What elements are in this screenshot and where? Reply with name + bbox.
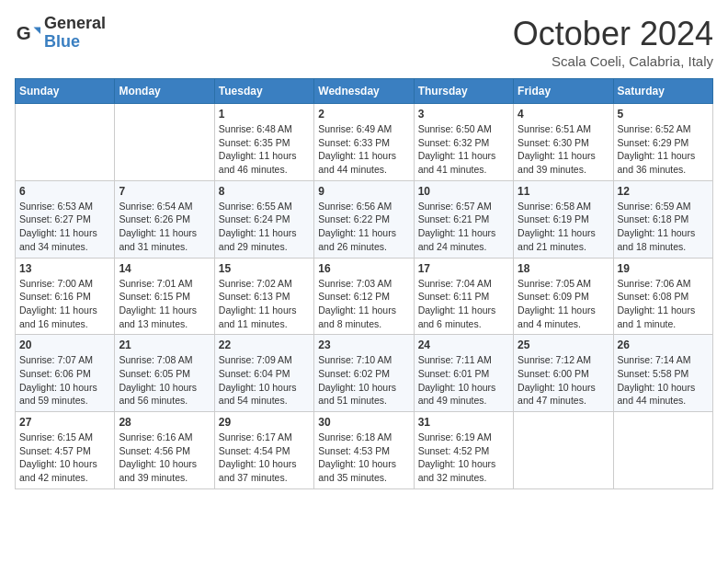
calendar-day-cell: 17Sunrise: 7:04 AM Sunset: 6:11 PM Dayli…: [414, 258, 513, 335]
day-number: 17: [418, 262, 509, 275]
calendar-day-cell: 7Sunrise: 6:54 AM Sunset: 6:26 PM Daylig…: [115, 180, 214, 258]
day-info: Sunrise: 7:06 AM Sunset: 6:08 PM Dayligh…: [618, 277, 709, 331]
day-info: Sunrise: 7:07 AM Sunset: 6:06 PM Dayligh…: [19, 353, 110, 408]
day-number: 3: [418, 108, 509, 121]
calendar-day-cell: 4Sunrise: 6:51 AM Sunset: 6:30 PM Daylig…: [514, 104, 613, 181]
day-info: Sunrise: 7:05 AM Sunset: 6:09 PM Dayligh…: [518, 277, 609, 331]
day-number: 26: [618, 339, 709, 351]
calendar-day-cell: 22Sunrise: 7:09 AM Sunset: 6:04 PM Dayli…: [214, 335, 313, 412]
calendar-day-cell: 29Sunrise: 6:17 AM Sunset: 4:54 PM Dayli…: [214, 412, 313, 489]
day-info: Sunrise: 7:12 AM Sunset: 6:00 PM Dayligh…: [518, 353, 609, 408]
day-of-week-header: Monday: [115, 79, 214, 104]
day-number: 23: [318, 339, 409, 351]
svg-text:G: G: [17, 21, 31, 42]
day-info: Sunrise: 6:50 AM Sunset: 6:32 PM Dayligh…: [418, 122, 509, 177]
day-number: 22: [219, 339, 310, 351]
calendar-day-cell: 8Sunrise: 6:55 AM Sunset: 6:24 PM Daylig…: [214, 180, 313, 258]
day-info: Sunrise: 7:08 AM Sunset: 6:05 PM Dayligh…: [119, 353, 210, 408]
logo-text: General Blue: [44, 15, 106, 52]
day-number: 31: [418, 416, 509, 429]
calendar-day-cell: 30Sunrise: 6:18 AM Sunset: 4:53 PM Dayli…: [314, 412, 414, 489]
calendar-day-cell: 13Sunrise: 7:00 AM Sunset: 6:16 PM Dayli…: [16, 258, 115, 335]
calendar-body: 1Sunrise: 6:48 AM Sunset: 6:35 PM Daylig…: [16, 104, 713, 489]
day-info: Sunrise: 6:15 AM Sunset: 4:57 PM Dayligh…: [19, 431, 110, 485]
day-info: Sunrise: 7:14 AM Sunset: 5:58 PM Dayligh…: [618, 353, 709, 408]
day-number: 29: [219, 416, 310, 429]
day-number: 25: [518, 339, 609, 351]
logo-line2: Blue: [44, 33, 106, 52]
calendar-week-row: 27Sunrise: 6:15 AM Sunset: 4:57 PM Dayli…: [16, 412, 713, 489]
logo-line1: General: [44, 15, 106, 33]
day-info: Sunrise: 6:52 AM Sunset: 6:29 PM Dayligh…: [618, 122, 709, 177]
calendar-day-cell: 18Sunrise: 7:05 AM Sunset: 6:09 PM Dayli…: [514, 258, 613, 335]
calendar-day-cell: 6Sunrise: 6:53 AM Sunset: 6:27 PM Daylig…: [16, 180, 115, 258]
calendar-day-cell: 26Sunrise: 7:14 AM Sunset: 5:58 PM Dayli…: [613, 335, 712, 412]
day-number: 15: [219, 262, 310, 275]
day-of-week-header: Thursday: [414, 79, 513, 104]
day-number: 2: [318, 108, 409, 121]
calendar-day-cell: 9Sunrise: 6:56 AM Sunset: 6:22 PM Daylig…: [314, 180, 414, 258]
calendar-day-cell: [514, 412, 613, 489]
calendar-day-cell: 23Sunrise: 7:10 AM Sunset: 6:02 PM Dayli…: [314, 335, 414, 412]
day-number: 9: [318, 185, 409, 198]
calendar-day-cell: 5Sunrise: 6:52 AM Sunset: 6:29 PM Daylig…: [613, 104, 712, 181]
calendar-day-cell: 10Sunrise: 6:57 AM Sunset: 6:21 PM Dayli…: [414, 180, 513, 258]
day-number: 1: [219, 108, 310, 121]
calendar-week-row: 6Sunrise: 6:53 AM Sunset: 6:27 PM Daylig…: [16, 180, 713, 258]
day-number: 27: [19, 416, 110, 429]
svg-marker-1: [34, 27, 40, 33]
day-number: 13: [19, 262, 110, 275]
location: Scala Coeli, Calabria, Italy: [513, 53, 713, 69]
page-header: G General Blue October 2024 Scala Coeli,…: [15, 15, 713, 69]
calendar-day-cell: 15Sunrise: 7:02 AM Sunset: 6:13 PM Dayli…: [214, 258, 313, 335]
day-info: Sunrise: 7:11 AM Sunset: 6:01 PM Dayligh…: [418, 353, 509, 408]
calendar-day-cell: 16Sunrise: 7:03 AM Sunset: 6:12 PM Dayli…: [314, 258, 414, 335]
calendar-day-cell: 14Sunrise: 7:01 AM Sunset: 6:15 PM Dayli…: [115, 258, 214, 335]
title-block: October 2024 Scala Coeli, Calabria, Ital…: [513, 15, 713, 69]
day-info: Sunrise: 7:04 AM Sunset: 6:11 PM Dayligh…: [418, 277, 509, 331]
calendar-week-row: 20Sunrise: 7:07 AM Sunset: 6:06 PM Dayli…: [16, 335, 713, 412]
calendar-header: SundayMondayTuesdayWednesdayThursdayFrid…: [16, 79, 713, 104]
day-info: Sunrise: 7:02 AM Sunset: 6:13 PM Dayligh…: [219, 277, 310, 331]
day-number: 6: [19, 185, 110, 198]
day-of-week-header: Wednesday: [314, 79, 414, 104]
calendar-week-row: 1Sunrise: 6:48 AM Sunset: 6:35 PM Daylig…: [16, 104, 713, 181]
calendar-day-cell: 27Sunrise: 6:15 AM Sunset: 4:57 PM Dayli…: [16, 412, 115, 489]
day-info: Sunrise: 6:56 AM Sunset: 6:22 PM Dayligh…: [318, 200, 409, 254]
day-of-week-header: Friday: [514, 79, 613, 104]
calendar-day-cell: 1Sunrise: 6:48 AM Sunset: 6:35 PM Daylig…: [214, 104, 313, 181]
day-info: Sunrise: 7:00 AM Sunset: 6:16 PM Dayligh…: [19, 277, 110, 331]
day-info: Sunrise: 7:01 AM Sunset: 6:15 PM Dayligh…: [119, 277, 210, 331]
calendar-day-cell: 25Sunrise: 7:12 AM Sunset: 6:00 PM Dayli…: [514, 335, 613, 412]
day-number: 11: [518, 185, 609, 198]
day-number: 24: [418, 339, 509, 351]
calendar-day-cell: 3Sunrise: 6:50 AM Sunset: 6:32 PM Daylig…: [414, 104, 513, 181]
logo-icon: G: [15, 20, 40, 46]
logo: G General Blue: [15, 15, 106, 52]
day-info: Sunrise: 6:16 AM Sunset: 4:56 PM Dayligh…: [119, 431, 210, 485]
calendar-day-cell: 2Sunrise: 6:49 AM Sunset: 6:33 PM Daylig…: [314, 104, 414, 181]
day-info: Sunrise: 7:09 AM Sunset: 6:04 PM Dayligh…: [219, 353, 310, 408]
day-number: 19: [618, 262, 709, 275]
calendar-day-cell: 19Sunrise: 7:06 AM Sunset: 6:08 PM Dayli…: [613, 258, 712, 335]
day-info: Sunrise: 6:49 AM Sunset: 6:33 PM Dayligh…: [318, 122, 409, 177]
day-info: Sunrise: 7:03 AM Sunset: 6:12 PM Dayligh…: [318, 277, 409, 331]
calendar-day-cell: 11Sunrise: 6:58 AM Sunset: 6:19 PM Dayli…: [514, 180, 613, 258]
day-number: 18: [518, 262, 609, 275]
calendar-day-cell: [613, 412, 712, 489]
day-number: 4: [518, 108, 609, 121]
day-info: Sunrise: 6:54 AM Sunset: 6:26 PM Dayligh…: [119, 200, 210, 254]
day-info: Sunrise: 6:53 AM Sunset: 6:27 PM Dayligh…: [19, 200, 110, 254]
day-number: 7: [119, 185, 210, 198]
day-info: Sunrise: 6:48 AM Sunset: 6:35 PM Dayligh…: [219, 122, 310, 177]
day-number: 20: [19, 339, 110, 351]
day-info: Sunrise: 6:59 AM Sunset: 6:18 PM Dayligh…: [618, 200, 709, 254]
calendar-day-cell: [115, 104, 214, 181]
day-info: Sunrise: 6:18 AM Sunset: 4:53 PM Dayligh…: [318, 431, 409, 485]
day-of-week-header: Tuesday: [214, 79, 313, 104]
calendar-day-cell: [16, 104, 115, 181]
calendar-day-cell: 21Sunrise: 7:08 AM Sunset: 6:05 PM Dayli…: [115, 335, 214, 412]
header-row: SundayMondayTuesdayWednesdayThursdayFrid…: [16, 79, 713, 104]
day-number: 12: [618, 185, 709, 198]
calendar-day-cell: 12Sunrise: 6:59 AM Sunset: 6:18 PM Dayli…: [613, 180, 712, 258]
